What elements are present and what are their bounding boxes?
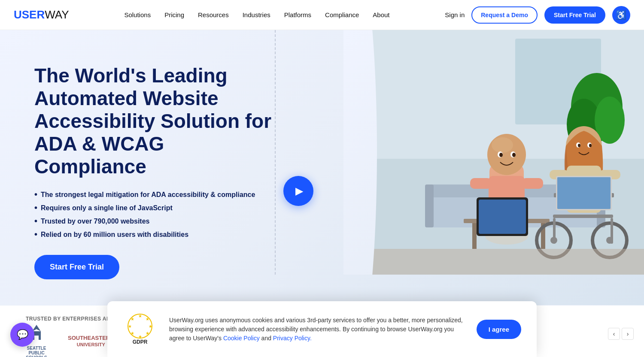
hero-content: The World's Leading Automated Website Ac… [0,30,301,305]
svg-rect-26 [479,200,526,234]
svg-point-30 [578,144,580,147]
hero-bullets: The strongest legal mitigation for ADA a… [34,190,275,239]
svg-rect-24 [522,178,543,189]
nav-item-resources[interactable]: Resources [198,11,229,18]
svg-rect-43 [553,218,556,244]
hero-section: The World's Leading Automated Website Ac… [0,30,644,305]
nav-actions: Sign in Request a Demo Start Free Trial … [445,6,630,24]
play-icon: ▶ [295,185,303,197]
logo-user: USER [14,8,45,21]
start-trial-hero-button[interactable]: Start Free Trial [34,255,119,279]
hero-image [343,30,644,275]
cookie-policy-link[interactable]: Cookie Policy [223,335,260,342]
svg-rect-44 [611,218,613,244]
people-scene [343,30,644,275]
svg-rect-42 [553,215,613,218]
svg-text:★: ★ [138,334,142,339]
svg-rect-47 [34,336,39,340]
play-button[interactable]: ▶ [283,176,313,206]
svg-text:★: ★ [131,317,134,321]
cookie-text: UserWay.org uses anonymous cookies and v… [169,316,465,343]
nav-item-industries[interactable]: Industries [243,11,270,18]
bullet-4: Relied on by 60 million users with disab… [34,230,275,239]
request-demo-button[interactable]: Request a Demo [471,6,538,24]
svg-text:★: ★ [128,324,132,329]
nav-item-about[interactable]: About [373,11,389,18]
gdpr-label: GDPR [133,339,148,345]
svg-text:★: ★ [146,331,149,336]
cookie-banner: ★ ★ ★ ★ ★ ★ ★ ★ GDPR UserWay.org uses an… [107,301,537,357]
chat-icon: 💬 [17,329,28,340]
bullet-1: The strongest legal mitigation for ADA a… [34,190,275,200]
svg-rect-9 [425,185,434,227]
svg-rect-45 [343,249,644,275]
svg-rect-23 [470,178,492,189]
carousel-prev-button[interactable]: ‹ [608,328,620,340]
nav-links: Solutions Pricing Resources Industries P… [124,11,389,19]
start-trial-nav-button[interactable]: Start Free Trial [544,6,605,24]
sign-in-link[interactable]: Sign in [445,11,465,18]
hero-title: The World's Leading Automated Website Ac… [34,64,275,178]
svg-point-20 [499,153,503,157]
carousel-next-button[interactable]: › [622,328,634,340]
bullet-3: Trusted by over 790,000 websites [34,216,275,226]
svg-point-31 [589,144,592,147]
nav-item-platforms[interactable]: Platforms [284,11,311,18]
nav-item-compliance[interactable]: Compliance [325,11,359,18]
navbar: USER WAY Solutions Pricing Resources Ind… [0,0,644,30]
carousel-arrows: ‹ › [608,328,634,340]
bullet-2: Requires only a single line of JavaScrip… [34,203,275,213]
svg-point-21 [512,153,516,157]
accessibility-widget-button[interactable]: ♿ [612,6,630,24]
logo-way: WAY [45,8,69,21]
gdpr-badge: ★ ★ ★ ★ ★ ★ ★ ★ GDPR [123,313,157,345]
nav-item-solutions[interactable]: Solutions [124,11,151,18]
privacy-policy-link[interactable]: Privacy Policy. [273,335,312,342]
chat-button[interactable]: 💬 [10,323,34,347]
svg-rect-12 [472,223,477,249]
svg-point-17 [492,137,513,153]
svg-text:★: ★ [146,317,149,321]
svg-text:★: ★ [131,331,134,336]
nav-item-pricing[interactable]: Pricing [164,11,184,18]
svg-rect-37 [557,177,611,209]
svg-text:★: ★ [138,314,142,318]
agree-button[interactable]: I agree [477,320,521,339]
logo[interactable]: USER WAY [14,8,69,21]
svg-text:★: ★ [149,324,152,329]
accessibility-icon: ♿ [616,10,626,20]
